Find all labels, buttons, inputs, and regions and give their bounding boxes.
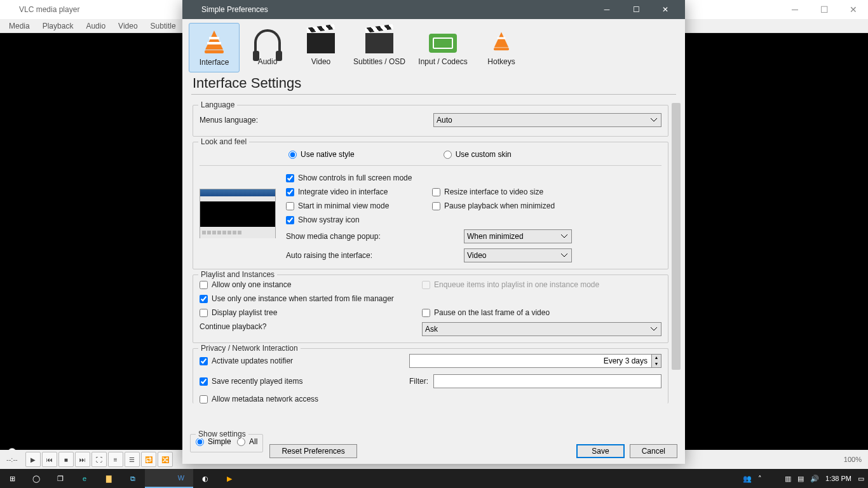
taskbar-clock[interactable]: 1:38 PM bbox=[825, 475, 851, 482]
menu-playback[interactable]: Playback bbox=[36, 20, 80, 32]
start-button[interactable]: ⊞ bbox=[0, 469, 24, 488]
chk-metadata-access[interactable]: Allow metadata network access bbox=[200, 395, 661, 403]
prefs-titlebar: Simple Preferences ─ ☐ ✕ bbox=[182, 0, 685, 19]
auto-raise-label: Auto raising the interface: bbox=[286, 251, 464, 260]
people-icon[interactable]: 👥 bbox=[743, 475, 752, 483]
chk-updates-notifier[interactable]: Activate updates notifier bbox=[200, 356, 403, 365]
tab-audio[interactable]: Audio bbox=[242, 23, 293, 72]
chk-enqueue-items: Enqueue items into playlist in one insta… bbox=[422, 280, 661, 289]
menu-audio[interactable]: Audio bbox=[79, 20, 112, 32]
headphones-icon bbox=[254, 29, 281, 56]
group-playlist-instances: Playlist and Instances Allow only one in… bbox=[193, 274, 668, 343]
ext-settings-button[interactable]: ≡ bbox=[108, 452, 123, 467]
chk-integrate-video[interactable]: Integrate video in interface bbox=[286, 187, 426, 196]
updates-interval-spin[interactable]: ▲▼ bbox=[409, 354, 661, 368]
media-popup-select[interactable]: When minimized bbox=[464, 229, 572, 243]
menu-media[interactable]: Media bbox=[3, 20, 36, 32]
chk-start-minimal[interactable]: Start in minimal view mode bbox=[286, 201, 426, 210]
cancel-button[interactable]: Cancel bbox=[630, 444, 677, 458]
time-elapsed: --:-- bbox=[6, 456, 18, 463]
filter-label: Filter: bbox=[409, 377, 428, 386]
chk-resize-interface[interactable]: Resize interface to video size bbox=[432, 187, 572, 196]
prev-button[interactable]: ⏮ bbox=[42, 452, 57, 467]
group-privacy-network: Privacy / Network Interaction Activate u… bbox=[193, 348, 668, 403]
tab-label: Audio bbox=[258, 57, 278, 66]
prefs-minimize-button[interactable]: ─ bbox=[592, 0, 621, 19]
chk-systray-icon[interactable]: Show systray icon bbox=[286, 215, 572, 224]
taskbar-app-store[interactable]: ⧉ bbox=[121, 469, 145, 488]
filter-input[interactable] bbox=[433, 374, 661, 388]
radio-custom-skin[interactable]: Use custom skin bbox=[444, 150, 512, 159]
continue-playback-select[interactable]: Ask bbox=[422, 322, 661, 336]
notifications-icon[interactable]: ▭ bbox=[858, 475, 864, 483]
taskbar-app-edge[interactable]: e bbox=[72, 469, 97, 488]
chk-pause-minimized[interactable]: Pause playback when minimized bbox=[432, 201, 572, 210]
tray-chevron-icon[interactable]: ˄ bbox=[758, 475, 762, 483]
menu-subtitle[interactable]: Subtitle bbox=[144, 20, 182, 32]
tab-video[interactable]: Video bbox=[295, 23, 346, 72]
tab-label: Hotkeys bbox=[487, 57, 515, 66]
vlc-cone-icon bbox=[187, 4, 198, 15]
menus-language-select[interactable]: Auto bbox=[433, 113, 661, 127]
clapperboard-icon bbox=[307, 33, 335, 53]
menu-video[interactable]: Video bbox=[112, 20, 144, 32]
prefs-scroll-area[interactable]: Language Menus language: Auto Look and f… bbox=[182, 96, 685, 437]
updates-interval-input[interactable] bbox=[409, 354, 652, 368]
spin-down-icon[interactable]: ▼ bbox=[652, 361, 661, 367]
chk-show-controls-fullscreen[interactable]: Show controls in full screen mode bbox=[286, 173, 572, 182]
taskbar-app-chrome[interactable]: ◐ bbox=[193, 469, 217, 488]
windows-taskbar: ⊞ ◯ ❐ e ▇ ⧉ W ◐ ▶ 👥 ˄ ▥ ▤ 🔊 1:38 PM ▭ bbox=[0, 469, 868, 488]
page-heading: Interface Settings bbox=[182, 72, 685, 93]
taskbar-app-media[interactable]: ▶ bbox=[217, 469, 241, 488]
battery-icon[interactable]: ▥ bbox=[785, 475, 791, 483]
maximize-button[interactable]: ☐ bbox=[810, 0, 839, 19]
chk-display-playlist-tree[interactable]: Display playlist tree bbox=[200, 308, 422, 317]
radio-show-simple[interactable]: Simple bbox=[196, 437, 231, 446]
tray-vlc-icon[interactable] bbox=[768, 473, 778, 484]
chk-allow-one-instance[interactable]: Allow only one instance bbox=[200, 280, 422, 289]
next-button[interactable]: ⏭ bbox=[75, 452, 90, 467]
cortana-button[interactable]: ◯ bbox=[24, 469, 48, 488]
group-title: Language bbox=[198, 100, 237, 109]
minimize-button[interactable]: ─ bbox=[780, 0, 810, 19]
chk-pause-last-frame[interactable]: Pause on the last frame of a video bbox=[422, 308, 661, 317]
tab-hotkeys[interactable]: Hotkeys bbox=[476, 23, 527, 72]
spin-up-icon[interactable]: ▲ bbox=[652, 355, 661, 361]
prefs-close-button[interactable]: ✕ bbox=[651, 0, 680, 19]
network-icon[interactable]: ▤ bbox=[797, 475, 804, 483]
tab-label: Subtitles / OSD bbox=[353, 57, 405, 66]
prefs-maximize-button[interactable]: ☐ bbox=[621, 0, 651, 19]
preferences-dialog: Simple Preferences ─ ☐ ✕ Interface Audio… bbox=[182, 0, 685, 464]
interface-preview-image bbox=[200, 189, 276, 238]
save-button[interactable]: Save bbox=[576, 444, 624, 458]
stop-button[interactable]: ■ bbox=[58, 452, 74, 467]
playlist-button[interactable]: ☰ bbox=[125, 452, 140, 467]
prefs-footer: Show settings Simple All Reset Preferenc… bbox=[182, 437, 685, 464]
taskbar-app-vlc[interactable] bbox=[145, 469, 169, 488]
task-view-button[interactable]: ❐ bbox=[48, 469, 72, 488]
radio-native-style[interactable]: Use native style bbox=[288, 150, 355, 159]
fullscreen-button[interactable]: ⛶ bbox=[92, 452, 107, 467]
taskbar-app-word[interactable]: W bbox=[169, 469, 193, 488]
prefs-tab-strip: Interface Audio Video Subtitles / OSD In… bbox=[182, 19, 685, 72]
radio-show-all[interactable]: All bbox=[237, 437, 257, 446]
taskbar-app-explorer[interactable]: ▇ bbox=[97, 469, 121, 488]
group-title: Look and feel bbox=[198, 137, 249, 146]
show-settings-group: Show settings Simple All bbox=[190, 434, 263, 452]
tab-label: Video bbox=[311, 57, 330, 66]
codec-icon bbox=[429, 34, 457, 53]
shuffle-button[interactable]: 🔀 bbox=[158, 452, 173, 467]
group-title: Show settings bbox=[196, 430, 248, 438]
reset-preferences-button[interactable]: Reset Preferences bbox=[269, 444, 356, 458]
volume-icon[interactable]: 🔊 bbox=[810, 475, 819, 483]
play-button[interactable]: ▶ bbox=[25, 452, 41, 467]
tab-subtitles[interactable]: Subtitles / OSD bbox=[349, 23, 410, 72]
tab-input-codecs[interactable]: Input / Codecs bbox=[412, 23, 473, 72]
tab-interface[interactable]: Interface bbox=[189, 23, 240, 72]
loop-button[interactable]: 🔁 bbox=[141, 452, 156, 467]
chk-save-recent[interactable]: Save recently played items bbox=[200, 377, 403, 386]
scrollbar-thumb[interactable] bbox=[672, 103, 681, 370]
chk-one-instance-file-manager[interactable]: Use only one instance when started from … bbox=[200, 294, 661, 303]
close-button[interactable]: ✕ bbox=[839, 0, 868, 19]
auto-raise-select[interactable]: Video bbox=[464, 248, 572, 262]
